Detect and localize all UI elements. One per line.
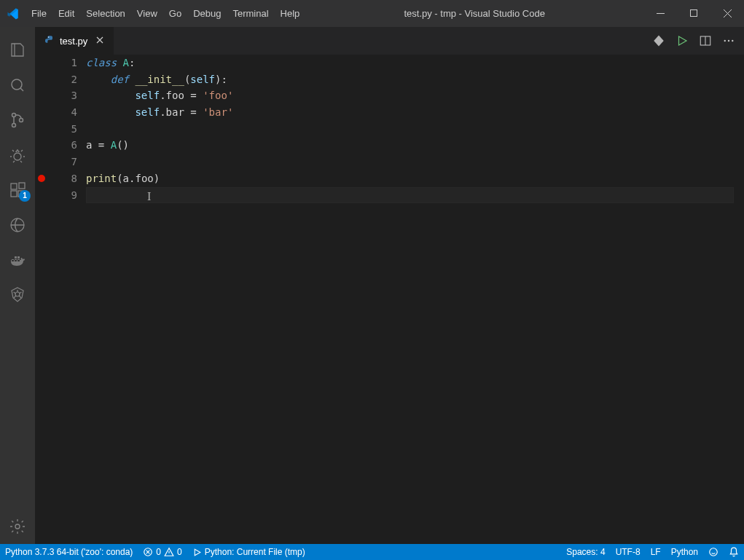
svg-point-3 bbox=[12, 124, 16, 127]
svg-point-15 bbox=[724, 40, 726, 42]
svg-point-4 bbox=[20, 119, 23, 122]
svg-rect-7 bbox=[11, 191, 17, 197]
tabs-row: test.py bbox=[35, 27, 744, 55]
window-controls bbox=[643, 0, 744, 27]
title-bar: File Edit Selection View Go Debug Termin… bbox=[0, 0, 744, 27]
menu-terminal[interactable]: Terminal bbox=[227, 0, 274, 27]
tab-test-py[interactable]: test.py bbox=[35, 27, 114, 55]
live-share-icon[interactable] bbox=[0, 208, 35, 242]
menu-go[interactable]: Go bbox=[163, 0, 187, 27]
split-editor-icon[interactable] bbox=[699, 34, 712, 47]
code-content[interactable]: class A: def __init__(self): self.foo = … bbox=[86, 55, 734, 544]
extensions-icon[interactable]: 1 bbox=[0, 173, 35, 208]
svg-point-16 bbox=[728, 40, 729, 42]
status-notifications-icon[interactable] bbox=[724, 544, 744, 560]
status-indent[interactable]: Spaces: 4 bbox=[561, 544, 610, 560]
docker-icon[interactable] bbox=[0, 242, 35, 277]
vscode-logo-icon bbox=[0, 7, 26, 20]
svg-point-13 bbox=[48, 36, 49, 37]
window-title: test.py - tmp - Visual Studio Code bbox=[305, 8, 643, 19]
code-editor[interactable]: 123456789 class A: def __init__(self): s… bbox=[35, 55, 744, 544]
svg-rect-6 bbox=[11, 184, 17, 189]
menu-edit[interactable]: Edit bbox=[52, 0, 80, 27]
tab-label: test.py bbox=[60, 36, 87, 47]
status-language[interactable]: Python bbox=[666, 544, 703, 560]
git-compare-icon[interactable] bbox=[652, 34, 665, 47]
menu-help[interactable]: Help bbox=[275, 0, 306, 27]
svg-point-17 bbox=[732, 40, 733, 42]
search-icon[interactable] bbox=[0, 68, 35, 103]
gutter[interactable] bbox=[35, 55, 57, 544]
svg-point-1 bbox=[12, 79, 22, 90]
svg-point-5 bbox=[14, 153, 21, 160]
menu-bar: File Edit Selection View Go Debug Termin… bbox=[26, 0, 305, 27]
svg-point-12 bbox=[15, 524, 20, 529]
debug-icon[interactable] bbox=[0, 138, 35, 173]
menu-selection[interactable]: Selection bbox=[80, 0, 130, 27]
kubernetes-icon[interactable] bbox=[0, 277, 35, 312]
editor-area: test.py bbox=[35, 27, 744, 544]
svg-rect-0 bbox=[690, 10, 697, 17]
status-warnings-count: 0 bbox=[177, 547, 182, 557]
status-encoding[interactable]: UTF-8 bbox=[611, 544, 646, 560]
python-file-icon bbox=[44, 35, 55, 47]
status-debug-config[interactable]: Python: Current File (tmp) bbox=[187, 544, 310, 560]
explorer-icon[interactable] bbox=[0, 33, 35, 68]
settings-gear-icon[interactable] bbox=[0, 509, 35, 544]
status-python-env[interactable]: Python 3.7.3 64-bit ('zoo': conda) bbox=[0, 544, 138, 560]
svg-point-19 bbox=[710, 548, 718, 556]
activity-bar: 1 bbox=[0, 27, 35, 544]
breakpoint-icon[interactable] bbox=[38, 175, 45, 182]
status-problems[interactable]: 0 0 bbox=[138, 544, 187, 560]
menu-file[interactable]: File bbox=[26, 0, 52, 27]
run-icon[interactable] bbox=[676, 34, 689, 47]
tab-actions bbox=[652, 27, 744, 55]
more-actions-icon[interactable] bbox=[722, 34, 735, 47]
source-control-icon[interactable] bbox=[0, 103, 35, 138]
status-errors-count: 0 bbox=[156, 547, 161, 557]
status-feedback-icon[interactable] bbox=[703, 544, 724, 560]
line-numbers: 123456789 bbox=[57, 55, 86, 544]
status-eol[interactable]: LF bbox=[646, 544, 666, 560]
menu-view[interactable]: View bbox=[131, 0, 163, 27]
close-button[interactable] bbox=[710, 0, 744, 27]
text-cursor-icon: I bbox=[147, 189, 151, 205]
svg-point-2 bbox=[12, 114, 16, 117]
minimize-button[interactable] bbox=[643, 0, 677, 27]
menu-debug[interactable]: Debug bbox=[187, 0, 227, 27]
extensions-badge: 1 bbox=[19, 190, 31, 202]
maximize-button[interactable] bbox=[677, 0, 710, 27]
status-bar: Python 3.7.3 64-bit ('zoo': conda) 0 0 P… bbox=[0, 544, 744, 560]
tab-close-icon[interactable] bbox=[95, 35, 105, 47]
minimap[interactable] bbox=[734, 55, 744, 544]
svg-rect-9 bbox=[19, 183, 25, 189]
